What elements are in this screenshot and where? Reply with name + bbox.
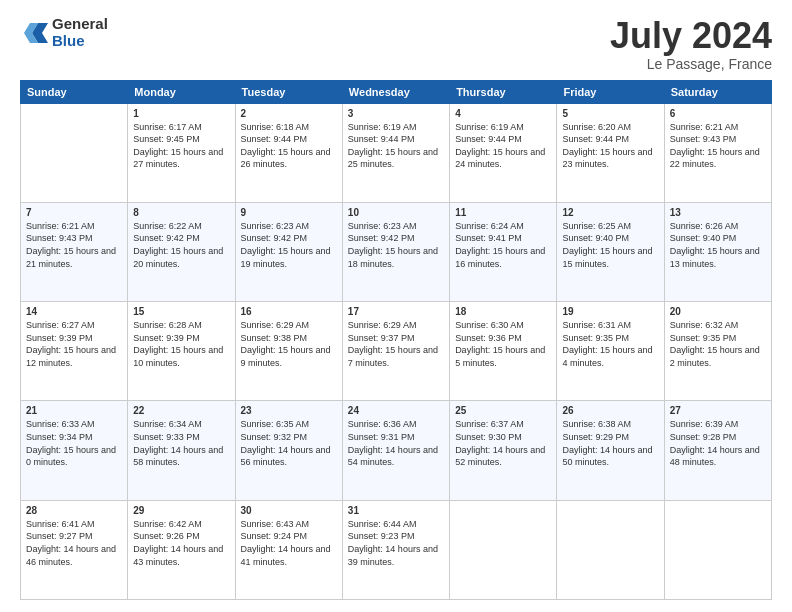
day-cell: 31Sunrise: 6:44 AM Sunset: 9:23 PM Dayli… <box>342 500 449 599</box>
day-number: 3 <box>348 108 444 119</box>
day-cell: 19Sunrise: 6:31 AM Sunset: 9:35 PM Dayli… <box>557 302 664 401</box>
logo-blue: Blue <box>52 33 108 50</box>
day-info: Sunrise: 6:23 AM Sunset: 9:42 PM Dayligh… <box>348 220 444 270</box>
col-monday: Monday <box>128 80 235 103</box>
day-info: Sunrise: 6:35 AM Sunset: 9:32 PM Dayligh… <box>241 418 337 468</box>
day-cell: 8Sunrise: 6:22 AM Sunset: 9:42 PM Daylig… <box>128 202 235 301</box>
day-info: Sunrise: 6:34 AM Sunset: 9:33 PM Dayligh… <box>133 418 229 468</box>
day-info: Sunrise: 6:44 AM Sunset: 9:23 PM Dayligh… <box>348 518 444 568</box>
day-cell: 9Sunrise: 6:23 AM Sunset: 9:42 PM Daylig… <box>235 202 342 301</box>
day-info: Sunrise: 6:29 AM Sunset: 9:38 PM Dayligh… <box>241 319 337 369</box>
day-info: Sunrise: 6:18 AM Sunset: 9:44 PM Dayligh… <box>241 121 337 171</box>
day-cell: 12Sunrise: 6:25 AM Sunset: 9:40 PM Dayli… <box>557 202 664 301</box>
day-number: 14 <box>26 306 122 317</box>
day-number: 11 <box>455 207 551 218</box>
day-number: 17 <box>348 306 444 317</box>
day-cell: 4Sunrise: 6:19 AM Sunset: 9:44 PM Daylig… <box>450 103 557 202</box>
day-cell <box>450 500 557 599</box>
day-info: Sunrise: 6:19 AM Sunset: 9:44 PM Dayligh… <box>348 121 444 171</box>
day-info: Sunrise: 6:26 AM Sunset: 9:40 PM Dayligh… <box>670 220 766 270</box>
day-cell: 5Sunrise: 6:20 AM Sunset: 9:44 PM Daylig… <box>557 103 664 202</box>
day-cell: 17Sunrise: 6:29 AM Sunset: 9:37 PM Dayli… <box>342 302 449 401</box>
day-number: 1 <box>133 108 229 119</box>
day-number: 21 <box>26 405 122 416</box>
day-number: 18 <box>455 306 551 317</box>
week-row-4: 21Sunrise: 6:33 AM Sunset: 9:34 PM Dayli… <box>21 401 772 500</box>
week-row-3: 14Sunrise: 6:27 AM Sunset: 9:39 PM Dayli… <box>21 302 772 401</box>
col-sunday: Sunday <box>21 80 128 103</box>
day-cell: 13Sunrise: 6:26 AM Sunset: 9:40 PM Dayli… <box>664 202 771 301</box>
day-cell <box>21 103 128 202</box>
day-info: Sunrise: 6:32 AM Sunset: 9:35 PM Dayligh… <box>670 319 766 369</box>
day-info: Sunrise: 6:30 AM Sunset: 9:36 PM Dayligh… <box>455 319 551 369</box>
day-info: Sunrise: 6:20 AM Sunset: 9:44 PM Dayligh… <box>562 121 658 171</box>
calendar-table: Sunday Monday Tuesday Wednesday Thursday… <box>20 80 772 600</box>
day-info: Sunrise: 6:19 AM Sunset: 9:44 PM Dayligh… <box>455 121 551 171</box>
day-info: Sunrise: 6:38 AM Sunset: 9:29 PM Dayligh… <box>562 418 658 468</box>
day-info: Sunrise: 6:29 AM Sunset: 9:37 PM Dayligh… <box>348 319 444 369</box>
day-number: 10 <box>348 207 444 218</box>
day-cell: 14Sunrise: 6:27 AM Sunset: 9:39 PM Dayli… <box>21 302 128 401</box>
logo-icon <box>20 19 48 47</box>
day-info: Sunrise: 6:42 AM Sunset: 9:26 PM Dayligh… <box>133 518 229 568</box>
day-info: Sunrise: 6:39 AM Sunset: 9:28 PM Dayligh… <box>670 418 766 468</box>
day-info: Sunrise: 6:37 AM Sunset: 9:30 PM Dayligh… <box>455 418 551 468</box>
day-info: Sunrise: 6:28 AM Sunset: 9:39 PM Dayligh… <box>133 319 229 369</box>
col-wednesday: Wednesday <box>342 80 449 103</box>
day-info: Sunrise: 6:21 AM Sunset: 9:43 PM Dayligh… <box>26 220 122 270</box>
day-info: Sunrise: 6:17 AM Sunset: 9:45 PM Dayligh… <box>133 121 229 171</box>
day-number: 12 <box>562 207 658 218</box>
day-number: 15 <box>133 306 229 317</box>
day-cell: 15Sunrise: 6:28 AM Sunset: 9:39 PM Dayli… <box>128 302 235 401</box>
day-number: 20 <box>670 306 766 317</box>
day-cell: 28Sunrise: 6:41 AM Sunset: 9:27 PM Dayli… <box>21 500 128 599</box>
day-cell: 2Sunrise: 6:18 AM Sunset: 9:44 PM Daylig… <box>235 103 342 202</box>
day-number: 31 <box>348 505 444 516</box>
day-cell: 26Sunrise: 6:38 AM Sunset: 9:29 PM Dayli… <box>557 401 664 500</box>
day-cell: 16Sunrise: 6:29 AM Sunset: 9:38 PM Dayli… <box>235 302 342 401</box>
week-row-1: 1Sunrise: 6:17 AM Sunset: 9:45 PM Daylig… <box>21 103 772 202</box>
day-cell: 20Sunrise: 6:32 AM Sunset: 9:35 PM Dayli… <box>664 302 771 401</box>
day-info: Sunrise: 6:23 AM Sunset: 9:42 PM Dayligh… <box>241 220 337 270</box>
col-thursday: Thursday <box>450 80 557 103</box>
month-title: July 2024 <box>610 16 772 56</box>
day-cell: 22Sunrise: 6:34 AM Sunset: 9:33 PM Dayli… <box>128 401 235 500</box>
day-number: 8 <box>133 207 229 218</box>
day-info: Sunrise: 6:31 AM Sunset: 9:35 PM Dayligh… <box>562 319 658 369</box>
day-cell: 25Sunrise: 6:37 AM Sunset: 9:30 PM Dayli… <box>450 401 557 500</box>
location: Le Passage, France <box>610 56 772 72</box>
title-block: July 2024 Le Passage, France <box>610 16 772 72</box>
logo-text: General Blue <box>52 16 108 49</box>
day-number: 5 <box>562 108 658 119</box>
week-row-2: 7Sunrise: 6:21 AM Sunset: 9:43 PM Daylig… <box>21 202 772 301</box>
col-friday: Friday <box>557 80 664 103</box>
day-number: 26 <box>562 405 658 416</box>
day-cell: 11Sunrise: 6:24 AM Sunset: 9:41 PM Dayli… <box>450 202 557 301</box>
day-info: Sunrise: 6:22 AM Sunset: 9:42 PM Dayligh… <box>133 220 229 270</box>
logo: General Blue <box>20 16 108 49</box>
day-number: 27 <box>670 405 766 416</box>
header-row: Sunday Monday Tuesday Wednesday Thursday… <box>21 80 772 103</box>
day-info: Sunrise: 6:25 AM Sunset: 9:40 PM Dayligh… <box>562 220 658 270</box>
day-number: 30 <box>241 505 337 516</box>
day-info: Sunrise: 6:43 AM Sunset: 9:24 PM Dayligh… <box>241 518 337 568</box>
day-number: 2 <box>241 108 337 119</box>
day-cell: 27Sunrise: 6:39 AM Sunset: 9:28 PM Dayli… <box>664 401 771 500</box>
day-cell: 29Sunrise: 6:42 AM Sunset: 9:26 PM Dayli… <box>128 500 235 599</box>
day-cell <box>557 500 664 599</box>
day-number: 22 <box>133 405 229 416</box>
day-number: 28 <box>26 505 122 516</box>
col-saturday: Saturday <box>664 80 771 103</box>
day-info: Sunrise: 6:36 AM Sunset: 9:31 PM Dayligh… <box>348 418 444 468</box>
day-cell: 1Sunrise: 6:17 AM Sunset: 9:45 PM Daylig… <box>128 103 235 202</box>
day-cell <box>664 500 771 599</box>
day-number: 13 <box>670 207 766 218</box>
header: General Blue July 2024 Le Passage, Franc… <box>20 16 772 72</box>
day-number: 19 <box>562 306 658 317</box>
day-info: Sunrise: 6:33 AM Sunset: 9:34 PM Dayligh… <box>26 418 122 468</box>
day-cell: 7Sunrise: 6:21 AM Sunset: 9:43 PM Daylig… <box>21 202 128 301</box>
day-number: 7 <box>26 207 122 218</box>
day-info: Sunrise: 6:27 AM Sunset: 9:39 PM Dayligh… <box>26 319 122 369</box>
day-number: 24 <box>348 405 444 416</box>
day-cell: 6Sunrise: 6:21 AM Sunset: 9:43 PM Daylig… <box>664 103 771 202</box>
